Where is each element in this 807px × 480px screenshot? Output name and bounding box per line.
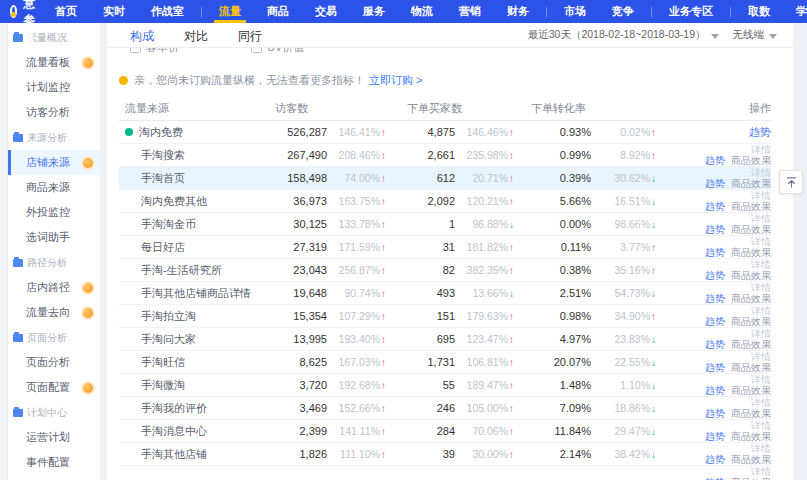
item-effect-link[interactable]: 商品效果 [731,431,771,442]
trend-link[interactable]: 趋势 [705,385,725,396]
item-effect-link[interactable]: 商品效果 [731,293,771,304]
item-effect-link[interactable]: 商品效果 [731,178,771,189]
detail-link[interactable]: 详情 [751,144,771,155]
detail-link[interactable]: 详情 [751,420,771,431]
metric-checkbox[interactable]: 客单价 [130,48,179,55]
table-row: 手淘淘金币30,125133.78%↑196.88%↓0.00%98.66%↓详… [119,213,771,236]
trend-link[interactable]: 趋势 [705,224,725,235]
up-arrow-icon: ↑ [381,150,389,161]
nav-item[interactable]: 首页 [42,0,90,23]
sidebar-item[interactable]: 流量去向 [8,300,100,325]
table-row: 淘内免费526,287146.41%↑4,875146.46%↑0.93%0.0… [119,121,771,144]
detail-link[interactable]: 详情 [751,213,771,224]
source-name: 手淘微淘 [141,378,185,393]
up-arrow-icon: ↑ [381,426,389,437]
detail-link[interactable]: 详情 [751,374,771,385]
detail-link[interactable]: 详情 [751,282,771,293]
sidebar-scroll-strip[interactable] [0,23,8,480]
nav-item[interactable]: 市场 [551,0,599,23]
nav-item[interactable]: 业务专区 [656,0,726,23]
metric-checkbox[interactable]: UV价值 [251,48,304,55]
nav-item[interactable]: 实时 [90,0,138,23]
tab[interactable]: 同行 [238,26,262,45]
sidebar-item[interactable]: 店铺来源 [8,150,100,175]
back-to-top-button[interactable] [779,170,803,194]
detail-link[interactable]: 详情 [751,236,771,247]
subscribe-link[interactable]: 立即订购 > [369,73,422,88]
item-effect-link[interactable]: 商品效果 [731,201,771,212]
trend-link[interactable]: 趋势 [705,454,725,465]
source-name: 手淘拍立淘 [141,309,196,324]
trend-link[interactable]: 趋势 [705,431,725,442]
item-effect-link[interactable]: 商品效果 [731,316,771,327]
detail-link[interactable]: 详情 [751,351,771,362]
sidebar-item[interactable]: 页面配置 [8,375,100,400]
nav-item[interactable]: 取数 [735,0,783,23]
detail-link[interactable]: 详情 [751,328,771,339]
nav-item[interactable]: 流量 [206,0,254,23]
item-effect-link[interactable]: 商品效果 [731,247,771,258]
metric-conversion: 11.84%29.47%↓ [517,425,659,437]
item-effect-link[interactable]: 商品效果 [731,224,771,235]
sidebar-item[interactable]: 访客分析 [8,100,100,125]
sidebar-item[interactable]: 运营计划 [8,425,100,450]
trend-link[interactable]: 趋势 [705,155,725,166]
nav-item[interactable]: 竞争 [599,0,647,23]
sidebar-item[interactable]: 外投监控 [8,200,100,225]
column-header: 下单转化率 [517,101,659,116]
source-name-cell: 淘内免费 [119,125,271,140]
sidebar-item[interactable]: 选词助手 [8,225,100,250]
trend-link[interactable]: 趋势 [705,362,725,373]
detail-link[interactable]: 详情 [751,397,771,408]
trend-link[interactable]: 趋势 [705,408,725,419]
nav-item[interactable]: 财务 [494,0,542,23]
nav-item[interactable]: 服务 [350,0,398,23]
metric-visitors: 27,319171.59%↑ [271,241,389,253]
metric-change: 120.21% [462,195,508,207]
detail-link[interactable]: 详情 [751,190,771,201]
item-effect-link[interactable]: 商品效果 [731,408,771,419]
sidebar-item-label: 访客分析 [26,105,70,120]
sidebar-item[interactable]: 页面分析 [8,350,100,375]
item-effect-link[interactable]: 商品效果 [731,385,771,396]
sidebar-item[interactable]: 计划监控 [8,75,100,100]
metric-value: 2.14% [560,448,591,460]
item-effect-link[interactable]: 商品效果 [731,270,771,281]
trend-link[interactable]: 趋势 [705,316,725,327]
sidebar-item[interactable]: 店内路径 [8,275,100,300]
nav-item[interactable]: 商品 [254,0,302,23]
nav-divider [201,7,202,17]
detail-link[interactable]: 详情 [751,259,771,270]
nav-item[interactable]: 学院 [783,0,807,23]
tab[interactable]: 对比 [184,26,208,45]
tab[interactable]: 构成 [130,26,154,45]
trend-link[interactable]: 趋势 [705,247,725,258]
trend-link[interactable]: 趋势 [705,201,725,212]
detail-link[interactable]: 详情 [751,167,771,178]
trend-link[interactable]: 趋势 [705,178,725,189]
detail-link[interactable]: 详情 [751,305,771,316]
nav-item[interactable]: 交易 [302,0,350,23]
nav-item[interactable]: 营销 [446,0,494,23]
sidebar-item[interactable]: 事件配置 [8,450,100,475]
row-actions: 详情趋势商品效果 [659,213,771,235]
metric-value: 2,399 [299,425,327,437]
sidebar-item[interactable]: 流量看板 [8,50,100,75]
row-actions: 详情趋势商品效果 [659,190,771,212]
detail-link[interactable]: 详情 [751,443,771,454]
nav-item[interactable]: 物流 [398,0,446,23]
sidebar-item[interactable]: 商品来源 [8,175,100,200]
trend-link[interactable]: 趋势 [749,127,771,138]
nav-item[interactable]: 作战室 [138,0,197,23]
trend-link[interactable]: 趋势 [705,270,725,281]
date-range-select[interactable]: 最近30天（2018-02-18~2018-03-19） [528,28,719,42]
item-effect-link[interactable]: 商品效果 [731,362,771,373]
item-effect-link[interactable]: 商品效果 [731,454,771,465]
item-effect-link[interactable]: 商品效果 [731,339,771,350]
metric-filter-row: 客单价UV价值 [107,48,793,61]
item-effect-link[interactable]: 商品效果 [731,155,771,166]
detail-link[interactable]: 详情 [751,466,771,477]
trend-link[interactable]: 趋势 [705,339,725,350]
trend-link[interactable]: 趋势 [705,293,725,304]
terminal-select[interactable]: 无线端 [733,28,778,42]
